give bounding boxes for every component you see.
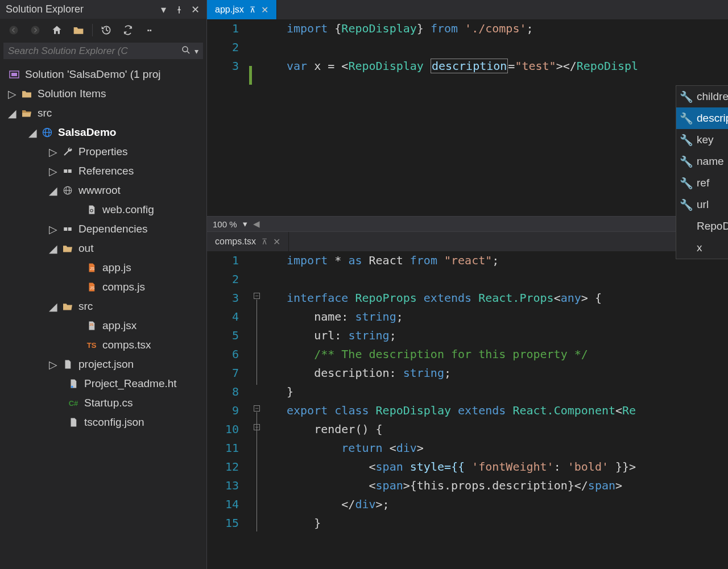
tab-label: app.jsx xyxy=(215,5,244,15)
more-icon[interactable]: ▪▪ xyxy=(142,22,158,38)
wrench-icon: 🔧 xyxy=(681,199,692,210)
search-input[interactable] xyxy=(8,45,181,57)
folder-open-icon xyxy=(61,300,74,313)
editor-area: app.jsx ⊼ ✕ 1 2 3 import {RepoDisplay} f… xyxy=(207,0,728,569)
tree-label: References xyxy=(78,165,134,177)
folder-icon[interactable] xyxy=(71,22,86,38)
wrench-icon xyxy=(61,146,74,158)
intellisense-item[interactable]: 🔧ref xyxy=(676,172,728,194)
references-icon xyxy=(61,165,74,177)
tree-item-project[interactable]: ◢ SalsaDemo xyxy=(0,123,206,142)
pin-icon[interactable]: ⊼ xyxy=(262,237,267,246)
tree-item[interactable]: ▷ Properties xyxy=(0,142,206,161)
dropdown-icon[interactable]: ▾ xyxy=(158,4,169,15)
tree-item[interactable]: tsconfig.json xyxy=(0,413,206,432)
intellisense-popup[interactable]: 🔧children 🔧description 🔧key 🔧name 🔧ref 🔧… xyxy=(676,85,728,259)
globe-icon xyxy=(61,184,74,197)
code-editor-comps-tsx[interactable]: 1 2 3 4 5 6 7 8 9 10 11 12 13 14 15 − − … xyxy=(207,251,728,569)
close-icon[interactable]: ✕ xyxy=(189,4,201,15)
solution-explorer-panel: Solution Explorer ▾ ✕ ▪▪ xyxy=(0,0,207,569)
tree-item[interactable]: ◢ src xyxy=(0,297,206,316)
close-icon[interactable]: ✕ xyxy=(273,236,280,247)
folder-open-icon xyxy=(20,107,33,119)
pin-icon[interactable] xyxy=(173,4,185,15)
history-icon[interactable] xyxy=(98,22,114,38)
folder-open-icon xyxy=(61,242,74,255)
close-icon[interactable]: ✕ xyxy=(261,5,268,15)
tree-label: app.js xyxy=(102,261,131,274)
intellisense-item[interactable]: 🔧x xyxy=(676,237,728,259)
fold-column[interactable]: − − − xyxy=(254,251,263,569)
intellisense-item[interactable]: 🔧key xyxy=(676,129,728,151)
intellisense-item-selected[interactable]: 🔧description xyxy=(676,107,728,129)
tree-label: src xyxy=(78,300,93,313)
forward-icon[interactable] xyxy=(27,22,43,38)
panel-header: Solution Explorer ▾ ✕ xyxy=(0,0,206,19)
code-editor-app-jsx[interactable]: 1 2 3 import {RepoDisplay} from './comps… xyxy=(207,19,728,216)
tree-item[interactable]: ▷ References xyxy=(0,161,206,181)
jsx-file-icon: JS xyxy=(85,319,98,332)
chevron-right-icon[interactable]: ▷ xyxy=(8,90,16,98)
zoom-level[interactable]: 100 % xyxy=(213,219,237,229)
tree-item[interactable]: JS app.js xyxy=(0,258,206,277)
tree-item[interactable]: JS comps.js xyxy=(0,277,206,297)
tree-item[interactable]: ◢ wwwroot xyxy=(0,181,206,200)
tree-item[interactable]: ▷ project.json xyxy=(0,355,206,374)
chevron-down-icon[interactable]: ◢ xyxy=(49,186,57,194)
tree-item[interactable]: ◢ out xyxy=(0,239,206,258)
svg-point-17 xyxy=(71,385,73,388)
chevron-down-icon[interactable]: ◢ xyxy=(49,302,57,310)
chevron-down-icon[interactable]: ◢ xyxy=(28,128,36,136)
chevron-right-icon[interactable]: ▷ xyxy=(49,225,57,233)
wrench-icon: 🔧 xyxy=(681,113,692,124)
tree-item[interactable]: C# Startup.cs xyxy=(0,393,206,413)
tree-item[interactable]: JS app.jsx xyxy=(0,316,206,335)
intellisense-item[interactable]: 🔧name xyxy=(676,151,728,172)
zoom-bar: 100 % ▾ ◀ xyxy=(207,216,728,232)
tree-label: Startup.cs xyxy=(84,397,133,409)
tree-label: project.json xyxy=(78,358,134,371)
wrench-icon: 🔧 xyxy=(681,177,692,189)
intellisense-item[interactable]: 🔧url xyxy=(676,194,728,215)
tab-comps-tsx[interactable]: comps.tsx ⊼ ✕ xyxy=(207,232,289,251)
tree-item[interactable]: TS comps.tsx xyxy=(0,335,206,355)
chevron-right-icon[interactable]: ▷ xyxy=(49,148,57,156)
zoom-dropdown-icon[interactable]: ▾ xyxy=(243,219,247,229)
back-icon[interactable] xyxy=(6,22,22,38)
tree-label: app.jsx xyxy=(102,319,136,332)
json-file-icon xyxy=(67,416,80,429)
tree-label: Solution Items xyxy=(38,88,106,100)
tree-item[interactable]: ▷ Solution Items xyxy=(0,84,206,103)
tree-label: tsconfig.json xyxy=(84,416,144,429)
chevron-down-icon[interactable]: ◢ xyxy=(49,244,57,252)
tree-label: Solution 'SalsaDemo' (1 proj xyxy=(25,68,161,81)
tree-item[interactable]: ▷ Dependencies xyxy=(0,219,206,239)
tree-solution-node[interactable]: Solution 'SalsaDemo' (1 proj xyxy=(0,65,206,84)
panel-toolbar: ▪▪ xyxy=(0,19,206,41)
svg-text:JS: JS xyxy=(89,323,93,326)
globe-icon xyxy=(41,126,53,139)
tree-item[interactable]: web.config xyxy=(0,200,206,219)
chevron-right-icon[interactable]: ▷ xyxy=(49,360,57,368)
search-icon[interactable] xyxy=(181,45,191,57)
tree-label: Project_Readme.ht xyxy=(84,377,177,390)
folder-icon xyxy=(20,88,33,100)
tree-label: web.config xyxy=(102,203,154,216)
intellisense-item[interactable]: 🔧RepoDisplay xyxy=(676,215,728,237)
tree-item[interactable]: ◢ src xyxy=(0,103,206,123)
search-dropdown-icon[interactable]: ▾ xyxy=(195,47,198,56)
intellisense-item[interactable]: 🔧children xyxy=(676,86,728,107)
chevron-right-icon[interactable]: ▷ xyxy=(49,167,57,175)
tree-label: SalsaDemo xyxy=(58,126,116,139)
tree-label: comps.tsx xyxy=(102,339,151,351)
solution-tree[interactable]: Solution 'SalsaDemo' (1 proj ▷ Solution … xyxy=(0,63,206,569)
tree-item[interactable]: Project_Readme.ht xyxy=(0,374,206,393)
scroll-left-icon[interactable]: ◀ xyxy=(253,219,260,229)
svg-point-2 xyxy=(183,47,188,52)
svg-point-0 xyxy=(10,26,18,35)
pin-icon[interactable]: ⊼ xyxy=(250,5,255,14)
chevron-down-icon[interactable]: ◢ xyxy=(8,109,16,117)
tab-app-jsx[interactable]: app.jsx ⊼ ✕ xyxy=(207,0,277,19)
sync-icon[interactable] xyxy=(120,22,136,38)
home-icon[interactable] xyxy=(49,22,65,38)
